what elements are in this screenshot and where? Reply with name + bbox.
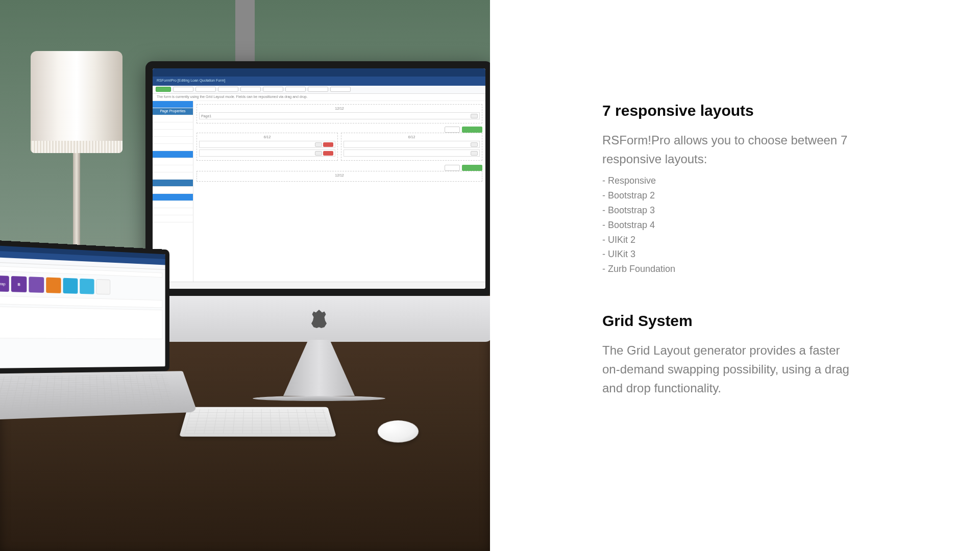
list-item: - Bootstrap 2	[602, 188, 857, 203]
section-grid-system: Grid System The Grid Layout generator pr…	[602, 312, 857, 398]
laptop-device: strap B	[0, 240, 169, 455]
laptop-screen-content: strap B	[0, 245, 165, 368]
apple-logo-icon	[311, 310, 327, 328]
app-title: RSForm!Pro [Editing Loan Quotation Form]	[153, 77, 485, 86]
section-lead: RSForm!Pro allows you to choose between …	[602, 131, 857, 168]
section-heading: Grid System	[602, 312, 857, 330]
content-panel: 7 responsive layouts RSForm!Pro allows y…	[490, 0, 980, 551]
section-responsive-layouts: 7 responsive layouts RSForm!Pro allows y…	[602, 102, 857, 277]
list-item: - Bootstrap 4	[602, 218, 857, 233]
section-lead: The Grid Layout generator provides a fas…	[602, 341, 857, 398]
layout-options: strap B	[0, 276, 162, 296]
list-item: - Zurb Foundation	[602, 262, 857, 277]
imac-screen-content: RSForm!Pro [Editing Loan Quotation Form]…	[153, 68, 485, 289]
list-item: - Responsive	[602, 173, 857, 188]
list-item: - UIKit 3	[602, 247, 857, 262]
list-item: - UIKit 2	[602, 233, 857, 247]
section-heading: 7 responsive layouts	[602, 102, 857, 119]
keyboard	[179, 407, 336, 437]
product-image-panel: RSForm!Pro [Editing Loan Quotation Form]…	[0, 0, 490, 551]
list-item: - Bootstrap 3	[602, 203, 857, 218]
imac-device: RSForm!Pro [Editing Loan Quotation Form]…	[145, 61, 490, 408]
